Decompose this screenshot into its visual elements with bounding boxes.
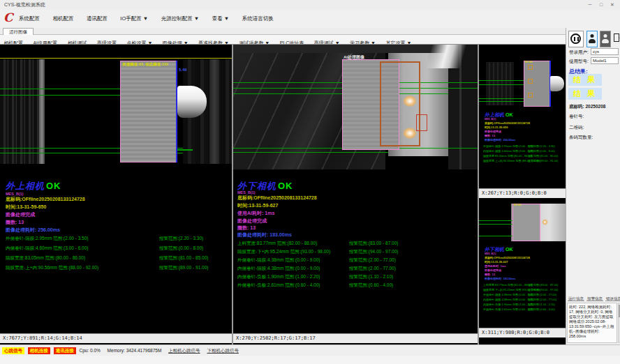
alarm-range: 报警范围:(2.00 - 77.00) [349, 266, 396, 272]
toolbar: 相机配置 AI使用配置 相机调试 高级设置 点检设置 ▼ 图像处理 ▼ 基准线参… [0, 35, 566, 45]
tab-run-info[interactable]: 运行信息 [568, 296, 584, 301]
measurement-value: 内侧卷针-负极:1.90mm 范围:(1.00 - 2.20) [483, 303, 534, 306]
login-user-label: 登录用户: [569, 50, 589, 56]
tool-learning-params[interactable]: 学习参数 ▼ [346, 38, 379, 45]
tool-test-params[interactable]: 测试项参数 ▼ [235, 38, 273, 45]
menu-camera-config[interactable]: 相机配置 [47, 10, 78, 28]
menu-language-switch[interactable]: 系统语言切换 [237, 10, 279, 28]
alarm-range: 报警范围:(89.00 - 91.00) [528, 159, 558, 162]
barcode-line: 底标码:OFfline20250208133124728 [237, 195, 317, 202]
tool-ai-config[interactable]: AI使用配置 [29, 38, 61, 45]
green-measure-line [479, 220, 512, 221]
mark-square [528, 79, 533, 84]
process-done-line: 图像处理完成 [6, 211, 35, 218]
tool-advanced-settings[interactable]: 高级设置 [94, 38, 120, 45]
tool-plc-address[interactable]: PLC地址表 [276, 38, 308, 45]
camera-status-ok: OK [278, 181, 293, 191]
time-line: 时间:13-31-59-650 [485, 126, 508, 129]
process-done-line: 图像处理完成 [485, 268, 501, 272]
tab-alarm-info[interactable]: 报警信息 [586, 296, 603, 301]
tab-error-info[interactable]: 错误信息 [605, 296, 620, 301]
mes-label: MES_B(1) [485, 118, 496, 121]
menu-system-config[interactable]: 系统配置 [14, 10, 45, 28]
camera-image-outer-lower[interactable]: AI处理图像 [233, 45, 478, 169]
tool-spot-check[interactable]: 点检设置 ▼ [123, 38, 156, 45]
measurement-value: 外侧卷针-隔膜:4.38mm 范围:(0.00 - 9.00) [483, 293, 534, 296]
turns-line: 圈数: 13 [485, 273, 495, 276]
weld-glow-spot [542, 219, 548, 225]
user-icon [602, 34, 609, 44]
barcode-count-label: 条码写数量: [569, 135, 593, 141]
tool-other-settings[interactable]: 其它设置 ▼ [382, 38, 415, 45]
tool-baseline-params[interactable]: 基准线参数 ▼ [195, 38, 232, 45]
camera-status-ok: OK [505, 112, 513, 117]
green-measure-line [233, 152, 388, 153]
green-edge-segment [177, 149, 193, 151]
ai-time-line: 使用AI耗时: 1ms [237, 210, 274, 217]
membrane-roi-rect [512, 204, 540, 241]
camera-name-text: 外上相机 [6, 181, 45, 191]
camera-image-outer-upper[interactable]: 灰度阈值:93, 动态阈值:100 5.46 [0, 58, 232, 164]
menu-bar: C 系统配置 相机配置 通讯配置 IO手配置 ▼ 光源控制配置 ▼ 查看 ▼ 系… [0, 10, 620, 28]
ai-time-line: 使用AI耗时: 1ms [485, 264, 505, 268]
maximize-button[interactable]: □ [596, 0, 606, 10]
menu-light-control[interactable]: 光源控制配置 ▼ [156, 10, 205, 28]
machine-column [209, 59, 219, 164]
model-label: 使用型号: [569, 59, 589, 65]
tool-image-processing[interactable]: 图像处理 ▼ [159, 38, 192, 45]
measurement-value: 上料宽度:83.77mm 范围:(82.00 - 88.00) [483, 283, 532, 287]
operator-user-button[interactable] [586, 31, 598, 47]
qr-code-label: 二维码: [569, 125, 584, 131]
alarm-range: 报警范围:(0.00 - 8.00) [528, 149, 555, 153]
camera-connect-badge: 相机连接 [28, 347, 50, 354]
pixel-coordinate-bar: X:311;Y:980;R:0;G:0;B:0 [479, 328, 566, 338]
comm-connect-badge: 通讯连接 [54, 347, 76, 354]
lower-camera-heartbeat-link[interactable]: 下相机心跳信号 [207, 348, 239, 353]
threshold-overlay-label: 93 100 [525, 61, 533, 63]
alarm-range: 报警范围:(83.00 - 87.00) [349, 241, 398, 247]
menu-comm-config[interactable]: 通讯配置 [82, 10, 112, 28]
logout-arrow-icon: → [617, 34, 620, 40]
pause-button[interactable] [568, 31, 584, 47]
alarm-range: 报警范围:(2.00 - 77.00) [349, 257, 396, 264]
log-text-area[interactable]: 耗时: 222, 网络检测耗时: 17, 网络分叉耗时: 0, 网络提取分叉耗时… [567, 303, 617, 343]
title-bar[interactable]: CYS-视觉检测系统 ─ □ ✕ [0, 0, 620, 10]
menu-view[interactable]: 查看 ▼ [207, 10, 235, 28]
camera-name-text: 外下相机 [485, 247, 504, 252]
alarm-range: 报警范围:(81.00 - 85.00) [159, 255, 208, 261]
tab-run-image[interactable]: 运行图像 [3, 28, 34, 35]
upper-camera-heartbeat-link[interactable]: 上相机心跳信号 [168, 348, 200, 353]
measurement-value: 内侧卷针-隔膜:4.60mm 范围:(3.00 - 6.00) [483, 149, 534, 153]
mini-image-outer-lower[interactable]: 93 100 [479, 202, 566, 243]
minimize-button[interactable]: ─ [585, 0, 595, 10]
tool-camera-config[interactable]: 相机配置 [0, 38, 27, 45]
camera-view-outer-upper: 灰度阈值:93, 动态阈值:100 5.46 外上相机OK MES_B(1) 底… [0, 45, 232, 344]
metal-streak [415, 45, 478, 68]
pixel-coordinate-bar: X:7677;Y:891;R:14;G:14;B:14 [0, 333, 232, 343]
logout-button[interactable]: → [612, 31, 620, 47]
memory-usage-text: Memory: 3424.41796875M [108, 348, 162, 353]
alarm-range: 报警范围:(83.00 - 87.00) [528, 283, 558, 287]
model-field[interactable] [591, 57, 619, 64]
mini-image-outer-upper[interactable]: 93 100 [479, 59, 566, 108]
tool-camera-debug[interactable]: 相机调试 [64, 38, 91, 45]
close-button[interactable]: ✕ [607, 0, 617, 10]
green-measure-line [479, 224, 512, 225]
mes-label: MES_B(1) [485, 252, 496, 255]
alarm-range: 报警范围:(0.00 - 8.00) [159, 245, 203, 252]
process-done-line: 图像处理完成 [485, 130, 501, 133]
edge-distance-label: 5.46 [179, 68, 187, 72]
tab-strip: 运行图像 [0, 28, 566, 35]
measurement-value: 外侧卷针-隔膜:2.95mm 范围:(2.00 - 3.50) [6, 236, 88, 242]
tool-advanced-debug[interactable]: 高级调试 ▼ [311, 38, 344, 45]
admin-user-button[interactable] [600, 31, 611, 47]
camera-view-outer-lower: AI处理图像 外下相机OK MES_B(1) 底标码:OFfline202502… [233, 45, 478, 344]
alarm-range: 报警范围:(89.00 - 91.00) [159, 265, 208, 271]
camera-name-text: 外下相机 [237, 181, 276, 191]
menu-io-manual[interactable]: IO手配置 ▼ [115, 10, 153, 28]
login-user-field[interactable] [591, 48, 619, 55]
yellow-baseline [0, 58, 232, 59]
measurement-value: 内侧卷针-隔膜:4.38mm 范围:(0.00 - 9.00) [237, 266, 320, 272]
elapsed-line: 图像处理耗时: 183.00ms [485, 277, 515, 280]
roller-pin-part [177, 86, 207, 118]
